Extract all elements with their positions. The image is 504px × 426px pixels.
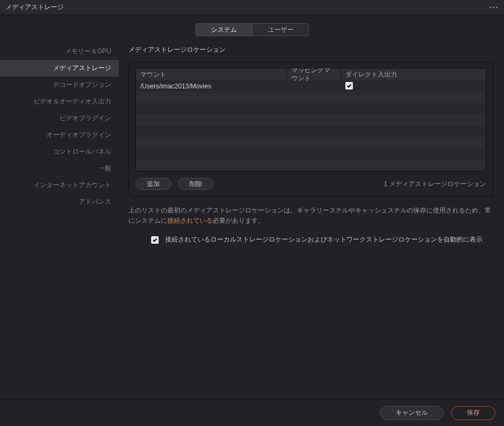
sidebar-item-0[interactable]: メモリー＆GPU	[0, 43, 119, 60]
location-count: 1 メディアストレージロケーション	[384, 180, 486, 189]
table-header: マウント マッピングマウント ダイレクト入出力	[136, 68, 486, 80]
titlebar: メディアストレージ	[0, 0, 504, 15]
sidebar-item-4[interactable]: ビデオプラグイン	[0, 110, 119, 127]
col-header-mount[interactable]: マウント	[136, 68, 287, 80]
help-text: 上のリストの最初のメディアストレージロケーションは、ギャラリースチルやキャッシュ…	[128, 205, 493, 225]
table-row-empty	[136, 126, 486, 137]
sidebar-item-9[interactable]: アドバンス	[0, 194, 119, 210]
table-row-empty	[136, 137, 486, 148]
auto-display-checkbox[interactable]	[151, 236, 159, 244]
sidebar: メモリー＆GPUメディアストレージデコードオプションビデオ＆オーディオ入出力ビデ…	[0, 39, 119, 399]
tab-user[interactable]: ユーザー	[252, 24, 308, 36]
overflow-menu-icon[interactable]	[489, 6, 499, 8]
storage-panel: マウント マッピングマウント ダイレクト入出力 /Users/imac2013/…	[128, 62, 493, 197]
cancel-button[interactable]: キャンセル	[380, 406, 444, 420]
table-row-empty	[136, 103, 486, 114]
sidebar-item-1[interactable]: メディアストレージ	[0, 60, 119, 77]
table-row-empty	[136, 148, 486, 160]
footer: キャンセル 保存	[0, 399, 504, 426]
table-row-empty	[136, 160, 486, 171]
section-title: メディアストレージロケーション	[128, 45, 493, 54]
sidebar-item-5[interactable]: オーディオプラグイン	[0, 127, 119, 143]
auto-display-label: 接続されているローカルストレージロケーションおよびネットワークストレージロケーシ…	[165, 235, 482, 244]
remove-button[interactable]: 削除	[178, 178, 214, 190]
cell-mount: /Users/imac2013/Movies	[136, 83, 287, 90]
add-button[interactable]: 追加	[135, 178, 171, 190]
help-link[interactable]: 接続されている	[167, 217, 213, 224]
sidebar-item-7[interactable]: 一般	[0, 160, 119, 177]
col-header-mapping[interactable]: マッピングマウント	[287, 68, 341, 80]
col-header-direct-io[interactable]: ダイレクト入出力	[341, 68, 486, 80]
sidebar-item-6[interactable]: コントロールパネル	[0, 143, 119, 160]
main-panel: メディアストレージロケーション マウント マッピングマウント ダイレクト入出力 …	[119, 39, 504, 399]
table-row-empty	[136, 114, 486, 126]
table-row-empty	[136, 92, 486, 103]
storage-table: マウント マッピングマウント ダイレクト入出力 /Users/imac2013/…	[135, 68, 486, 171]
sidebar-item-8[interactable]: インターネットアカウント	[0, 177, 119, 194]
sidebar-item-3[interactable]: ビデオ＆オーディオ入出力	[0, 93, 119, 110]
tab-system[interactable]: システム	[196, 24, 252, 36]
cell-direct-io	[341, 82, 486, 90]
sidebar-item-2[interactable]: デコードオプション	[0, 77, 119, 93]
scope-tabs: システム ユーザー	[0, 15, 504, 39]
save-button[interactable]: 保存	[451, 406, 495, 420]
window-title: メディアストレージ	[5, 3, 64, 12]
direct-io-checkbox[interactable]	[345, 82, 353, 90]
